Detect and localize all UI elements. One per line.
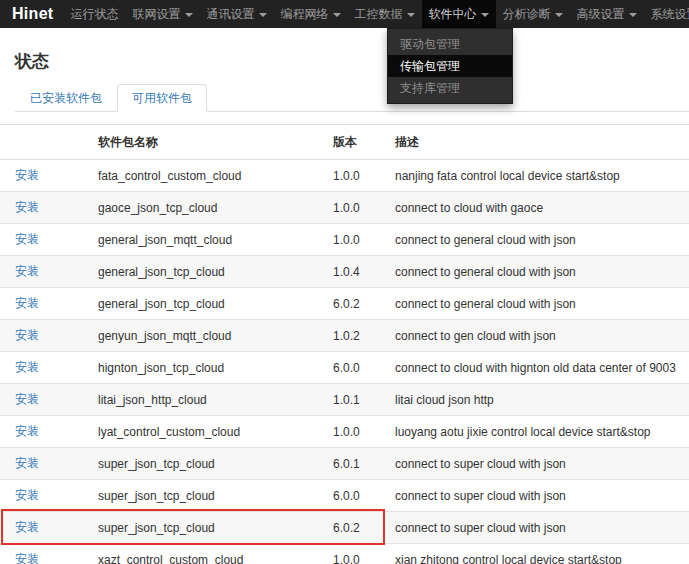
package-name: xazt_control_custom_cloud — [90, 544, 325, 564]
nav-item-3[interactable]: 编程网络 — [274, 0, 348, 28]
package-name: genyun_json_mqtt_cloud — [90, 320, 325, 352]
package-name: general_json_tcp_cloud — [90, 288, 325, 320]
package-version: 6.0.0 — [325, 480, 387, 512]
dropdown-item-1[interactable]: 传输包管理 — [388, 55, 512, 77]
install-button[interactable]: 安装 — [15, 232, 39, 246]
table-row: 安装general_json_mqtt_cloud1.0.0connect to… — [0, 224, 689, 256]
nav-item-5[interactable]: 软件中心 — [422, 0, 496, 28]
package-name: gaoce_json_tcp_cloud — [90, 192, 325, 224]
package-description: connect to super cloud with json — [387, 448, 689, 480]
package-tabs: 已安装软件包可用软件包 — [15, 84, 689, 112]
package-version: 6.0.0 — [325, 352, 387, 384]
package-name: lyat_control_custom_cloud — [90, 416, 325, 448]
table-row: 安装general_json_tcp_cloud1.0.4connect to … — [0, 256, 689, 288]
nav-item-6[interactable]: 分析诊断 — [496, 0, 570, 28]
package-description: connect to super cloud with json — [387, 480, 689, 512]
header-action — [0, 125, 90, 160]
package-name: super_json_tcp_cloud — [90, 480, 325, 512]
package-version: 1.0.0 — [325, 192, 387, 224]
table-row: 安装fata_control_custom_cloud1.0.0nanjing … — [0, 160, 689, 192]
table-row: 安装super_json_tcp_cloud6.0.1connect to su… — [0, 448, 689, 480]
table-row: 安装super_json_tcp_cloud6.0.2connect to su… — [0, 512, 689, 544]
package-version: 1.0.0 — [325, 416, 387, 448]
table-row: 安装genyun_json_mqtt_cloud1.0.2connect to … — [0, 320, 689, 352]
nav-item-1[interactable]: 联网设置 — [126, 0, 200, 28]
install-button[interactable]: 安装 — [15, 328, 39, 342]
package-description: nanjing fata control local device start&… — [387, 160, 689, 192]
nav-item-4[interactable]: 工控数据 — [348, 0, 422, 28]
package-version: 1.0.0 — [325, 544, 387, 564]
package-description: litai cloud json http — [387, 384, 689, 416]
nav-item-8[interactable]: 系统设置 — [644, 0, 689, 28]
dropdown-item-2[interactable]: 支持库管理 — [388, 77, 512, 99]
package-name: general_json_tcp_cloud — [90, 256, 325, 288]
install-button[interactable]: 安装 — [15, 456, 39, 470]
package-name: super_json_tcp_cloud — [90, 448, 325, 480]
package-description: connect to general cloud with json — [387, 288, 689, 320]
tab-1[interactable]: 可用软件包 — [117, 84, 207, 112]
table-row: 安装gaoce_json_tcp_cloud1.0.0connect to cl… — [0, 192, 689, 224]
brand-logo[interactable]: Hinet — [0, 0, 64, 28]
chevron-down-icon — [259, 13, 267, 17]
install-button[interactable]: 安装 — [15, 168, 39, 182]
package-description: luoyang aotu jixie control local device … — [387, 416, 689, 448]
package-version: 1.0.4 — [325, 256, 387, 288]
package-description: connect to cloud with gaoce — [387, 192, 689, 224]
nav-item-0[interactable]: 运行状态 — [64, 0, 126, 28]
package-description: connect to cloud with hignton old data c… — [387, 352, 689, 384]
install-button[interactable]: 安装 — [15, 392, 39, 406]
package-version: 6.0.2 — [325, 288, 387, 320]
package-description: connect to general cloud with json — [387, 256, 689, 288]
package-version: 6.0.2 — [325, 512, 387, 544]
table-row: 安装general_json_tcp_cloud6.0.2connect to … — [0, 288, 689, 320]
package-description: xian zhitong control local device start&… — [387, 544, 689, 564]
chevron-down-icon — [333, 13, 341, 17]
package-version: 1.0.0 — [325, 224, 387, 256]
install-button[interactable]: 安装 — [15, 424, 39, 438]
package-name: fata_control_custom_cloud — [90, 160, 325, 192]
page-content: 状态 已安装软件包可用软件包 软件包名称 版本 描述 安装fata_contro… — [0, 50, 689, 564]
install-button[interactable]: 安装 — [15, 552, 39, 564]
chevron-down-icon — [407, 13, 415, 17]
navbar-menu: 运行状态联网设置通讯设置编程网络工控数据软件中心分析诊断高级设置系统设置退出 — [64, 0, 689, 28]
package-version: 1.0.0 — [325, 160, 387, 192]
install-button[interactable]: 安装 — [15, 200, 39, 214]
package-name: litai_json_http_cloud — [90, 384, 325, 416]
package-description: connect to gen cloud with json — [387, 320, 689, 352]
chevron-down-icon — [629, 13, 637, 17]
package-table-wrap: 软件包名称 版本 描述 安装fata_control_custom_cloud1… — [0, 124, 689, 564]
package-name: hignton_json_tcp_cloud — [90, 352, 325, 384]
tab-0[interactable]: 已安装软件包 — [15, 84, 117, 112]
install-button[interactable]: 安装 — [15, 296, 39, 310]
table-header-row: 软件包名称 版本 描述 — [0, 125, 689, 160]
table-row: 安装lyat_control_custom_cloud1.0.0luoyang … — [0, 416, 689, 448]
header-version: 版本 — [325, 125, 387, 160]
nav-item-2[interactable]: 通讯设置 — [200, 0, 274, 28]
table-row: 安装super_json_tcp_cloud6.0.0connect to su… — [0, 480, 689, 512]
package-name: general_json_mqtt_cloud — [90, 224, 325, 256]
package-description: connect to super cloud with json — [387, 512, 689, 544]
table-row: 安装xazt_control_custom_cloud1.0.0xian zhi… — [0, 544, 689, 564]
package-table: 软件包名称 版本 描述 安装fata_control_custom_cloud1… — [0, 124, 689, 564]
chevron-down-icon — [481, 13, 489, 17]
table-row: 安装hignton_json_tcp_cloud6.0.0connect to … — [0, 352, 689, 384]
package-version: 1.0.1 — [325, 384, 387, 416]
chevron-down-icon — [185, 13, 193, 17]
install-button[interactable]: 安装 — [15, 360, 39, 374]
nav-item-7[interactable]: 高级设置 — [570, 0, 644, 28]
install-button[interactable]: 安装 — [15, 264, 39, 278]
software-center-dropdown: 驱动包管理传输包管理支持库管理 — [387, 28, 513, 104]
top-navbar: Hinet 运行状态联网设置通讯设置编程网络工控数据软件中心分析诊断高级设置系统… — [0, 0, 689, 28]
page-title: 状态 — [15, 50, 689, 73]
header-description: 描述 — [387, 125, 689, 160]
header-package-name: 软件包名称 — [90, 125, 325, 160]
install-button[interactable]: 安装 — [15, 488, 39, 502]
chevron-down-icon — [555, 13, 563, 17]
package-version: 6.0.1 — [325, 448, 387, 480]
package-version: 1.0.2 — [325, 320, 387, 352]
dropdown-item-0[interactable]: 驱动包管理 — [388, 33, 512, 55]
table-row: 安装litai_json_http_cloud1.0.1litai cloud … — [0, 384, 689, 416]
install-button[interactable]: 安装 — [15, 520, 39, 534]
package-name: super_json_tcp_cloud — [90, 512, 325, 544]
package-description: connect to general cloud with json — [387, 224, 689, 256]
